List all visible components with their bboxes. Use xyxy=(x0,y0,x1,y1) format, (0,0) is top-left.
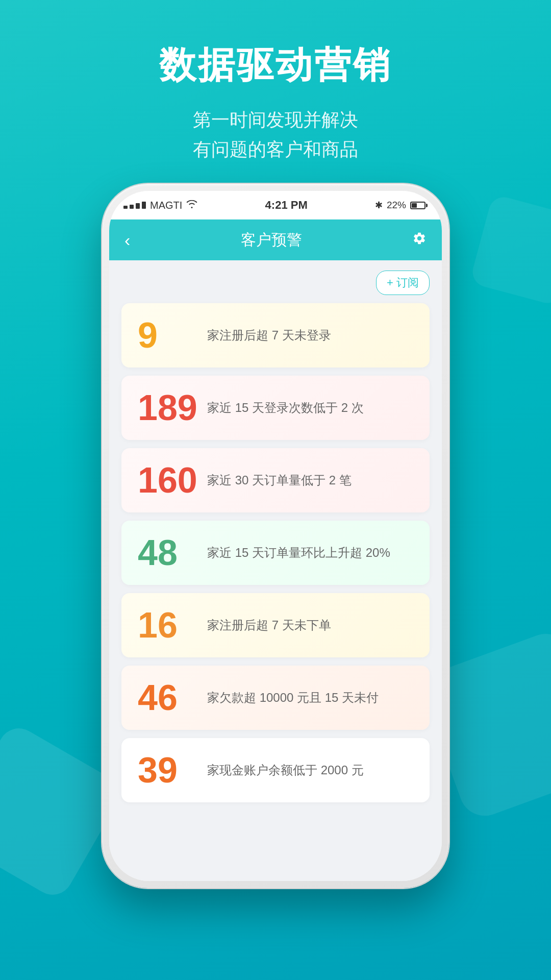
wifi-icon xyxy=(186,200,197,211)
phone-inner: MAGTI 4:21 PM ✱ 22% xyxy=(109,191,442,881)
alert-number-0: 9 xyxy=(138,317,199,353)
carrier-text: MAGTI xyxy=(150,200,182,211)
nav-title: 客户预警 xyxy=(241,230,302,251)
alert-text-6: 家现金账户余额低于 2000 元 xyxy=(207,762,413,779)
alert-text-1: 家近 15 天登录次数低于 2 次 xyxy=(207,399,413,416)
content-area[interactable]: + 订阅 9家注册后超 7 天未登录189家近 15 天登录次数低于 2 次16… xyxy=(109,260,442,881)
alerts-list: 9家注册后超 7 天未登录189家近 15 天登录次数低于 2 次160家近 3… xyxy=(121,303,430,802)
alert-text-3: 家近 15 天订单量环比上升超 20% xyxy=(207,544,413,561)
main-title: 数据驱动营销 xyxy=(0,41,551,90)
alert-number-1: 189 xyxy=(138,390,199,426)
sub-title: 第一时间发现并解决 有问题的客户和商品 xyxy=(0,105,551,164)
alert-text-5: 家欠款超 10000 元且 15 天未付 xyxy=(207,689,413,706)
alert-number-6: 39 xyxy=(138,752,199,788)
alert-card-4[interactable]: 16家注册后超 7 天未下单 xyxy=(121,593,430,657)
alert-number-2: 160 xyxy=(138,462,199,498)
alert-card-0[interactable]: 9家注册后超 7 天未登录 xyxy=(121,303,430,368)
phone-outer: MAGTI 4:21 PM ✱ 22% xyxy=(102,184,449,888)
alert-text-0: 家注册后超 7 天未登录 xyxy=(207,327,413,344)
alert-number-5: 46 xyxy=(138,680,199,716)
alert-card-3[interactable]: 48家近 15 天订单量环比上升超 20% xyxy=(121,521,430,585)
header-section: 数据驱动营销 第一时间发现并解决 有问题的客户和商品 xyxy=(0,41,551,164)
status-bar: MAGTI 4:21 PM ✱ 22% xyxy=(109,191,442,219)
bluetooth-icon: ✱ xyxy=(375,200,383,211)
back-button[interactable]: ‹ xyxy=(124,230,130,250)
subscribe-button[interactable]: + 订阅 xyxy=(376,271,430,295)
status-right: ✱ 22% xyxy=(375,200,428,211)
alert-card-5[interactable]: 46家欠款超 10000 元且 15 天未付 xyxy=(121,666,430,730)
sub-title-line1: 第一时间发现并解决 xyxy=(0,105,551,135)
status-time: 4:21 PM xyxy=(265,199,308,212)
status-left: MAGTI xyxy=(123,200,197,211)
subscribe-row: + 订阅 xyxy=(121,271,430,295)
alert-card-2[interactable]: 160家近 30 天订单量低于 2 笔 xyxy=(121,448,430,512)
signal-icon xyxy=(123,202,146,209)
settings-button[interactable] xyxy=(412,231,427,249)
alert-number-3: 48 xyxy=(138,535,199,571)
alert-card-6[interactable]: 39家现金账户余额低于 2000 元 xyxy=(121,738,430,802)
battery-icon xyxy=(410,202,428,209)
alert-text-2: 家近 30 天订单量低于 2 笔 xyxy=(207,472,413,489)
nav-bar: ‹ 客户预警 xyxy=(109,219,442,260)
alert-text-4: 家注册后超 7 天未下单 xyxy=(207,617,413,634)
sub-title-line2: 有问题的客户和商品 xyxy=(0,135,551,164)
alert-card-1[interactable]: 189家近 15 天登录次数低于 2 次 xyxy=(121,376,430,440)
battery-percent: 22% xyxy=(387,200,406,211)
alert-number-4: 16 xyxy=(138,607,199,643)
phone-container: MAGTI 4:21 PM ✱ 22% xyxy=(102,184,449,888)
